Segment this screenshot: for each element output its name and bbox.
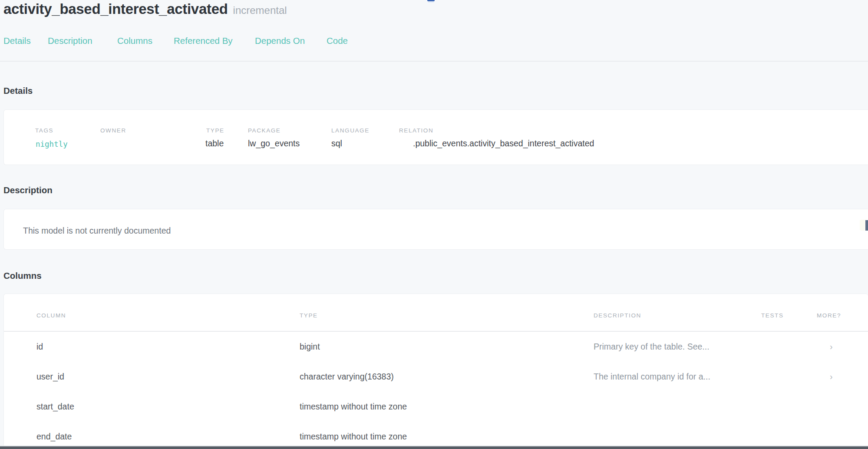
- details-card: TAGS OWNER TYPE PACKAGE LANGUAGE RELATIO…: [3, 109, 868, 165]
- language-value: sql: [331, 139, 342, 149]
- column-description: Primary key of the table. See...: [594, 342, 710, 352]
- nav-link-description[interactable]: Description: [48, 36, 92, 46]
- description-section-heading: Description: [3, 185, 53, 195]
- header-more: MORE?: [817, 312, 841, 319]
- column-description: The internal company id for a...: [594, 372, 710, 382]
- tag-link-nightly[interactable]: nightly: [36, 140, 68, 149]
- header-type: TYPE: [300, 312, 318, 319]
- package-value: lw_go_events: [248, 139, 300, 149]
- materialization-badge: incremental: [233, 4, 287, 16]
- section-anchor-nav: Details Description Columns Referenced B…: [0, 36, 868, 48]
- chevron-right-icon[interactable]: ›: [830, 342, 833, 352]
- nav-link-columns[interactable]: Columns: [117, 36, 152, 46]
- clipped-browser-element-glow: [428, 1, 434, 3]
- table-row[interactable]: id bigint Primary key of the table. See.…: [4, 332, 868, 362]
- description-placeholder-text: This model is not currently documented: [23, 226, 171, 236]
- table-row[interactable]: end_date timestamp without time zone: [4, 422, 868, 449]
- columns-table: COLUMN TYPE DESCRIPTION TESTS MORE? id b…: [4, 294, 868, 446]
- nav-link-code[interactable]: Code: [327, 36, 348, 46]
- tags-label: TAGS: [35, 127, 53, 134]
- owner-label: OWNER: [100, 127, 126, 134]
- column-name: start_date: [36, 402, 74, 412]
- column-type: character varying(16383): [300, 372, 394, 382]
- window-bottom-edge: [0, 446, 868, 449]
- model-detail-page: activity_based_interest_activatedincreme…: [0, 0, 868, 449]
- page-title: activity_based_interest_activatedincreme…: [3, 1, 287, 17]
- columns-card: COLUMN TYPE DESCRIPTION TESTS MORE? id b…: [3, 294, 868, 446]
- relation-value: .public_events.activity_based_interest_a…: [413, 139, 594, 149]
- header-column: COLUMN: [36, 312, 66, 319]
- column-name: id: [36, 342, 43, 352]
- header-description: DESCRIPTION: [594, 312, 641, 319]
- clipped-edge-element: [860, 220, 866, 231]
- header-tests: TESTS: [761, 312, 784, 319]
- column-type: timestamp without time zone: [300, 402, 407, 412]
- description-card: This model is not currently documented: [3, 209, 868, 250]
- package-label: PACKAGE: [248, 127, 281, 134]
- column-type: timestamp without time zone: [300, 432, 407, 442]
- type-label: TYPE: [206, 127, 224, 134]
- relation-label: RELATION: [399, 127, 433, 134]
- clipped-edge-element-bar[interactable]: [865, 220, 868, 231]
- nav-link-details[interactable]: Details: [3, 36, 31, 46]
- table-row[interactable]: user_id character varying(16383) The int…: [4, 362, 868, 392]
- chevron-right-icon[interactable]: ›: [830, 372, 833, 382]
- header-divider: [0, 61, 868, 62]
- language-label: LANGUAGE: [331, 127, 370, 134]
- table-row[interactable]: start_date timestamp without time zone: [4, 392, 868, 422]
- model-name: activity_based_interest_activated: [3, 1, 228, 17]
- column-name: user_id: [36, 372, 64, 382]
- columns-table-header: COLUMN TYPE DESCRIPTION TESTS MORE?: [4, 294, 868, 332]
- details-section-heading: Details: [3, 86, 33, 96]
- column-type: bigint: [300, 342, 320, 352]
- type-value: table: [205, 139, 224, 149]
- columns-section-heading: Columns: [3, 271, 42, 281]
- column-name: end_date: [36, 432, 72, 442]
- nav-link-depends-on[interactable]: Depends On: [255, 36, 305, 46]
- nav-link-referenced-by[interactable]: Referenced By: [174, 36, 233, 46]
